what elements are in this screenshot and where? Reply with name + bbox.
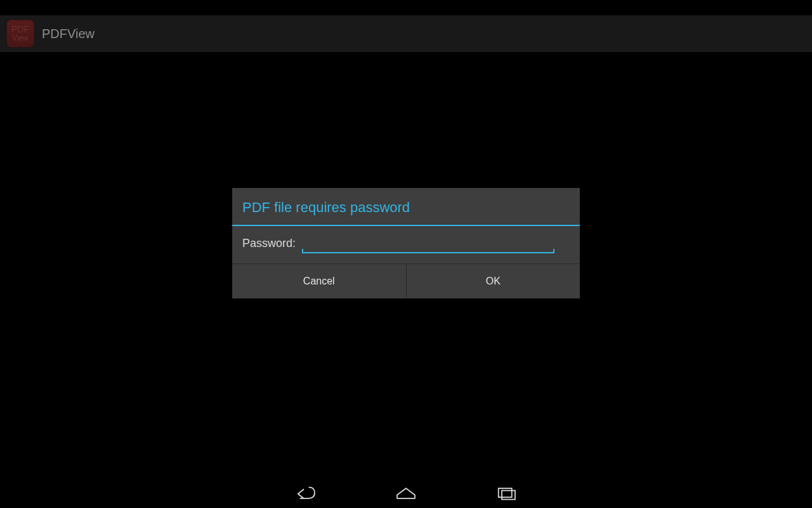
action-bar: PDF View PDFView [0,15,812,52]
password-label: Password: [242,237,296,250]
navigation-bar [0,478,812,508]
ok-button[interactable]: OK [406,264,580,298]
password-field-wrap [302,235,554,252]
svg-rect-1 [502,491,515,500]
app-icon-line1: PDF [11,25,29,34]
recents-icon [491,484,521,502]
dialog-body: Password: [232,226,580,264]
cancel-button[interactable]: Cancel [232,264,406,298]
recents-button[interactable] [491,483,521,503]
dialog-title: PDF file requires password [232,188,580,225]
dialog-actions: Cancel OK [232,264,580,298]
home-button[interactable] [391,483,421,503]
password-input[interactable] [302,235,554,252]
svg-rect-0 [499,488,512,497]
back-icon [291,484,321,502]
app-icon-line2: View [12,34,29,43]
password-dialog: PDF file requires password Password: Can… [232,188,580,298]
home-icon [391,484,421,502]
app-icon: PDF View [6,20,34,48]
back-button[interactable] [291,483,321,503]
app-title: PDFView [42,27,95,41]
